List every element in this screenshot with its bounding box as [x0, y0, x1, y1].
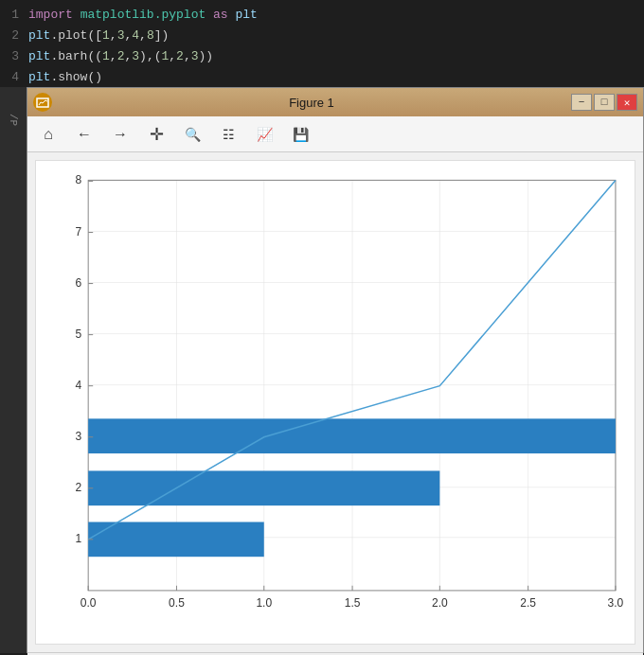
bar-2 [88, 470, 439, 505]
x-tick-2: 2.0 [432, 596, 448, 610]
y-tick-2: 2 [75, 481, 81, 494]
line-number-3: 3 [0, 49, 28, 63]
x-tick-0: 0.0 [80, 596, 97, 610]
y-tick-3: 3 [75, 430, 81, 443]
figure-window: Figure 1 − □ ✕ ⌂ ← → ✛ 🔍 ☷ 📈 💾 [27, 87, 644, 653]
y-tick-6: 6 [75, 276, 81, 290]
left-panel: /P [0, 87, 27, 653]
line-number-1: 1 [0, 8, 28, 22]
x-tick-15: 1.5 [345, 596, 361, 610]
code-editor: 1 import matplotlib.pyplot as plt 2 plt.… [0, 0, 644, 87]
x-tick-05: 0.5 [169, 596, 185, 610]
chart-svg: 1 2 3 4 5 6 7 8 0.0 0.5 1.0 1.5 2.0 2.5 … [36, 161, 635, 644]
y-tick-8: 8 [75, 173, 81, 186]
window-title: Figure 1 [52, 96, 571, 110]
code-line-2: 2 plt.plot([1,3,4,8]) [0, 25, 644, 45]
forward-button[interactable]: → [103, 120, 137, 149]
x-tick-1: 1.0 [256, 596, 272, 610]
subplots-button[interactable]: ☷ [211, 120, 245, 149]
left-panel-text: /P [8, 114, 19, 126]
code-text-4: plt.show() [28, 70, 102, 84]
bar-3 [88, 418, 616, 453]
y-tick-7: 7 [75, 224, 81, 238]
code-text-1: import matplotlib.pyplot as plt [28, 8, 258, 22]
x-tick-25: 2.5 [520, 596, 536, 610]
zoom-button[interactable]: 🔍 [175, 120, 209, 149]
window-controls: − □ ✕ [571, 94, 637, 111]
figure-icon [33, 93, 52, 112]
code-line-4: 4 plt.show() [0, 66, 644, 87]
back-button[interactable]: ← [67, 120, 101, 149]
line-number-4: 4 [0, 70, 28, 84]
y-tick-4: 4 [75, 379, 81, 392]
edit-button[interactable]: 📈 [247, 120, 281, 149]
y-tick-5: 5 [75, 328, 81, 341]
figure-toolbar: ⌂ ← → ✛ 🔍 ☷ 📈 💾 [27, 116, 643, 152]
bar-1 [88, 522, 264, 557]
code-line-3: 3 plt.barh((1,2,3),(1,2,3)) [0, 45, 644, 66]
x-tick-3: 3.0 [608, 596, 624, 610]
pan-button[interactable]: ✛ [139, 120, 173, 149]
minimize-button[interactable]: − [571, 94, 592, 111]
restore-button[interactable]: □ [594, 94, 615, 111]
title-bar: Figure 1 − □ ✕ [27, 88, 643, 116]
svg-rect-1 [36, 161, 635, 644]
code-text-3: plt.barh((1,2,3),(1,2,3)) [28, 49, 213, 63]
code-line-1: 1 import matplotlib.pyplot as plt [0, 4, 644, 25]
save-button[interactable]: 💾 [283, 120, 317, 149]
close-button[interactable]: ✕ [617, 94, 637, 111]
line-number-2: 2 [0, 28, 28, 43]
plot-area: 1 2 3 4 5 6 7 8 0.0 0.5 1.0 1.5 2.0 2.5 … [35, 160, 635, 645]
code-text-2: plt.plot([1,3,4,8]) [28, 28, 169, 43]
home-button[interactable]: ⌂ [31, 120, 65, 149]
y-tick-1: 1 [75, 532, 81, 545]
